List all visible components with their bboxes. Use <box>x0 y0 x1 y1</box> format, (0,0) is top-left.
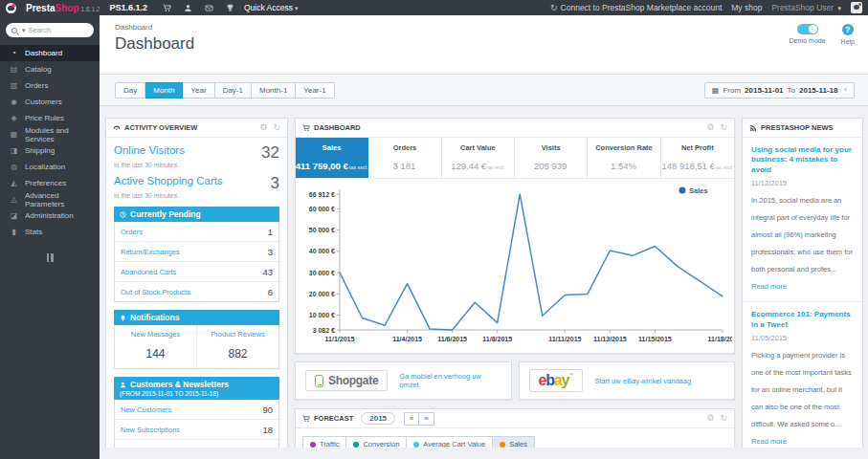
read-more-link[interactable]: Read more <box>751 437 787 446</box>
search-scope-caret-icon[interactable]: ▾ <box>22 27 26 34</box>
sidebar-item-catalog[interactable]: ▤Catalog <box>0 61 100 77</box>
person-icon <box>184 4 192 12</box>
new-customers-link[interactable]: New Customers <box>121 405 171 414</box>
user-menu[interactable]: PrestaShop User ▾ <box>771 3 841 12</box>
pill-label: Average Cart Value <box>423 440 485 448</box>
svg-text:11/15/2015: 11/15/2015 <box>638 336 672 342</box>
metric-tab-net-profit[interactable]: Net Profit148 918,51 €tax excl. <box>661 138 734 178</box>
dashboard-content: ACTIVITY OVERVIEW ⚙↻ Online Visitors32 i… <box>100 106 868 448</box>
svg-text:11/11/2015: 11/11/2015 <box>548 336 581 342</box>
news-item: Using social media for your business: 4 … <box>743 138 862 302</box>
range-month-1-button[interactable]: Month-1 <box>252 82 296 98</box>
search-input[interactable] <box>29 26 88 34</box>
demo-mode-toggle[interactable] <box>797 24 818 34</box>
admin-icon: ◪ <box>10 211 18 220</box>
forecast-toggle-conversion[interactable]: Conversion <box>345 436 407 448</box>
forecast-next-button[interactable]: » <box>419 412 434 426</box>
new-subscriptions-link[interactable]: New Subscriptions <box>121 426 180 434</box>
news-item-title-link[interactable]: Ecommerce 101: Payments in a Tweet <box>751 310 854 330</box>
customers-shortcut-button[interactable] <box>184 4 192 12</box>
svg-text:3 082 €: 3 082 € <box>313 327 335 334</box>
truck-icon: ◨ <box>10 146 18 155</box>
active-carts-value: 3 <box>271 175 279 191</box>
brand[interactable]: PrestaShop1.6.1.2 <box>26 3 100 13</box>
range-month-button[interactable]: Month <box>145 82 183 98</box>
cart-icon <box>302 124 310 132</box>
online-visitors-sub: in the last 30 minutes <box>114 162 279 168</box>
sidebar-item-label: Price Rules <box>25 114 64 122</box>
forecast-toggle-traffic[interactable]: Traffic <box>302 436 346 448</box>
panel-settings-gear-icon[interactable]: ⚙ <box>259 123 267 132</box>
sync-icon: ↻ <box>550 3 558 12</box>
range-day-1-button[interactable]: Day-1 <box>215 82 252 98</box>
date-range-picker[interactable]: ▦ From 2015-11-01 To 2015-11-18 ▾ <box>704 82 855 98</box>
out-of-stock-link[interactable]: Out of Stock Products <box>121 288 190 296</box>
sidebar-item-preferences[interactable]: ◭Preferences <box>0 175 100 191</box>
metric-tab-orders[interactable]: Orders3 181 <box>368 138 441 178</box>
metric-tab-visits[interactable]: Visits205 939 <box>515 138 588 178</box>
metric-tab-cart-value[interactable]: Cart Value129,44 €tax excl. <box>442 138 515 178</box>
new-messages-cell[interactable]: New Messages144 <box>115 325 196 368</box>
notif-label: Product Reviews <box>199 330 277 339</box>
sidebar-item-price-rules[interactable]: ◈Price Rules <box>0 110 100 126</box>
total-subscribers-link[interactable]: Total Subscribers <box>121 446 176 448</box>
metric-value: 205 939 <box>534 161 567 171</box>
news-item-date: 11/12/2015 <box>751 179 854 187</box>
phone-icon <box>315 375 323 387</box>
sidebar-item-stats[interactable]: ▮Stats <box>0 224 100 240</box>
ebay-link[interactable]: Start uw eBay-winkel vandaag <box>594 377 691 385</box>
forecast-toggle-average-cart-value[interactable]: Average Cart Value <box>406 436 493 448</box>
online-visitors-link[interactable]: Online Visitors <box>114 144 185 156</box>
forecast-toggle-sales[interactable]: Sales <box>492 436 535 448</box>
range-year-1-button[interactable]: Year-1 <box>296 82 334 98</box>
sidebar-item-advanced-parameters[interactable]: ◬Advanced Parameters <box>0 191 100 208</box>
sidebar-item-localization[interactable]: ◍Localization <box>0 159 100 175</box>
sidebar-item-shipping[interactable]: ◨Shipping <box>0 142 100 159</box>
notif-label: New Messages <box>117 330 194 339</box>
read-more-link[interactable]: Read more <box>751 282 787 291</box>
ebay-letter: b <box>545 372 554 388</box>
shopgate-link[interactable]: Ga mobiel en verhoog uw omzet <box>399 372 501 389</box>
messages-shortcut-button[interactable] <box>205 4 213 12</box>
marketplace-connect-link[interactable]: ↻Connect to PrestaShop Marketplace accou… <box>550 3 722 12</box>
sidebar-item-administration[interactable]: ◪Administration <box>0 208 100 224</box>
metric-label: Visits <box>542 143 561 152</box>
cart-shortcut-button[interactable] <box>163 4 171 12</box>
metric-tab-conversion-rate[interactable]: Conversion Rate1.54% <box>588 138 660 178</box>
sidebar-item-dashboard[interactable]: ◔Dashboard <box>0 45 100 61</box>
dashboard-panel: DASHBOARD ⚙↻ Sales411 759,00 €tax excl. … <box>295 118 735 354</box>
pending-returns-link[interactable]: Return/Exchanges <box>121 248 180 256</box>
panel-refresh-icon[interactable]: ↻ <box>720 414 727 423</box>
breadcrumb[interactable]: Dashboard <box>115 23 857 32</box>
range-day-button[interactable]: Day <box>115 82 145 98</box>
sidebar-item-customers[interactable]: ◉Customers <box>0 94 100 110</box>
metric-tabs: Sales411 759,00 €tax excl. Orders3 181 C… <box>296 138 734 179</box>
quick-access-menu[interactable]: Quick Access▾ <box>244 3 299 12</box>
badges-shortcut-button[interactable] <box>226 4 234 12</box>
panel-refresh-icon[interactable]: ↻ <box>720 123 727 132</box>
panel-settings-gear-icon[interactable]: ⚙ <box>706 414 714 423</box>
pending-orders-link[interactable]: Orders <box>121 228 143 236</box>
help-button[interactable]: ? <box>842 24 854 35</box>
user-avatar[interactable] <box>851 2 862 13</box>
envelope-icon <box>205 4 213 12</box>
my-shop-link[interactable]: My shop <box>731 3 762 12</box>
product-reviews-cell[interactable]: Product Reviews882 <box>196 325 278 368</box>
sidebar-collapse-button[interactable] <box>0 253 100 262</box>
forecast-prev-button[interactable]: « <box>404 412 419 426</box>
sidebar-item-modules[interactable]: ▦Modules and Services <box>0 126 100 142</box>
date-prefix: From <box>723 86 741 95</box>
sales-chart-svg: 66 912 €60 000 €50 000 €40 000 €30 000 €… <box>298 183 732 351</box>
sidebar-item-orders[interactable]: ▥Orders <box>0 77 100 94</box>
panel-settings-gear-icon[interactable]: ⚙ <box>706 123 714 132</box>
range-year-button[interactable]: Year <box>183 82 214 98</box>
svg-text:Sales: Sales <box>689 186 708 195</box>
active-carts-link[interactable]: Active Shopping Carts <box>114 175 223 186</box>
panel-refresh-icon[interactable]: ↻ <box>273 123 280 132</box>
metric-tab-sales[interactable]: Sales411 759,00 €tax excl. <box>296 138 368 178</box>
svg-text:10 000 €: 10 000 € <box>309 312 335 318</box>
table-row: Abandoned Carts43 <box>115 261 278 281</box>
abandoned-carts-link[interactable]: Abandoned Carts <box>121 268 176 276</box>
active-carts-sub: in the last 30 minutes <box>114 192 279 199</box>
news-item-title-link[interactable]: Using social media for your business: 4 … <box>751 145 854 175</box>
